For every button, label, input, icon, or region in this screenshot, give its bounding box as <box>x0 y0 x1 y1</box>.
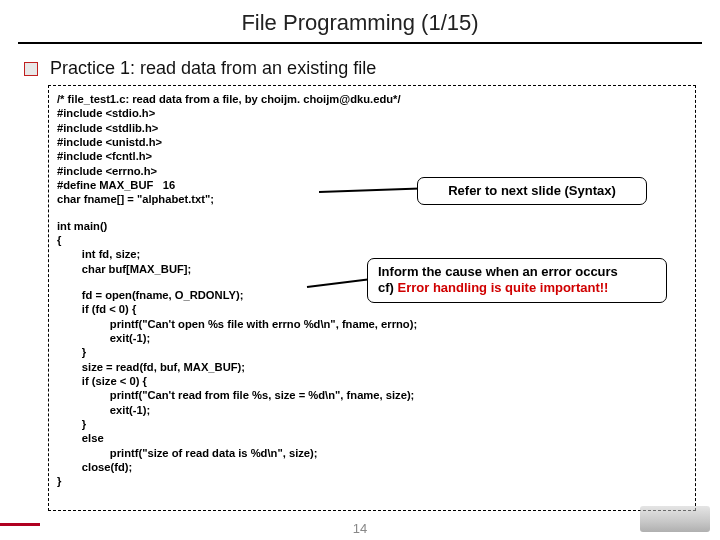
code-line: } <box>57 474 687 488</box>
code-line: } <box>57 417 687 431</box>
accent-bar <box>0 523 40 526</box>
code-line: if (fd < 0) { <box>57 302 687 316</box>
code-line: size = read(fd, buf, MAX_BUF); <box>57 360 687 374</box>
content-area: Practice 1: read data from an existing f… <box>0 52 720 511</box>
code-line: /* file_test1.c: read data from a file, … <box>57 92 687 106</box>
callout-error-line2: cf) Error handling is quite important!! <box>378 280 656 296</box>
callout-syntax: Refer to next slide (Syntax) <box>417 177 647 205</box>
code-line: #include <stdlib.h> <box>57 121 687 135</box>
page-number: 14 <box>353 521 367 536</box>
slide-title: File Programming (1/15) <box>0 0 720 42</box>
code-line: #include <stdio.h> <box>57 106 687 120</box>
code-line: } <box>57 345 687 359</box>
code-line <box>57 207 687 219</box>
code-line: else <box>57 431 687 445</box>
bullet-row: Practice 1: read data from an existing f… <box>24 58 696 79</box>
title-underline <box>18 42 702 44</box>
code-line: #include <fcntl.h> <box>57 149 687 163</box>
callout-error-red: Error handling is quite important!! <box>398 280 609 295</box>
code-line: printf("size of read data is %d\n", size… <box>57 446 687 460</box>
code-line: if (size < 0) { <box>57 374 687 388</box>
code-line: #include <errno.h> <box>57 164 687 178</box>
code-line: #include <unistd.h> <box>57 135 687 149</box>
code-line: close(fd); <box>57 460 687 474</box>
callout-syntax-text: Refer to next slide (Syntax) <box>448 183 616 198</box>
code-box: Refer to next slide (Syntax) Inform the … <box>48 85 696 511</box>
callout-error: Inform the cause when an error occurs cf… <box>367 258 667 303</box>
callout-error-prefix: cf) <box>378 280 398 295</box>
code-line: exit(-1); <box>57 403 687 417</box>
footer-logo <box>640 506 710 532</box>
code-line: exit(-1); <box>57 331 687 345</box>
code-line: int main() <box>57 219 687 233</box>
callout-error-line1: Inform the cause when an error occurs <box>378 264 656 280</box>
code-line: printf("Can't read from file %s, size = … <box>57 388 687 402</box>
subtitle: Practice 1: read data from an existing f… <box>50 58 376 79</box>
code-line: printf("Can't open %s file with errno %d… <box>57 317 687 331</box>
code-line: { <box>57 233 687 247</box>
bullet-square-icon <box>24 62 38 76</box>
